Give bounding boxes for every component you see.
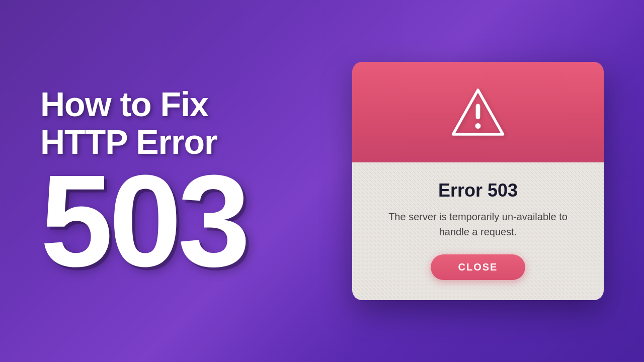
right-card-section: Error 503 The server is temporarily un-a… — [352, 62, 604, 300]
svg-point-2 — [475, 123, 481, 129]
error-title-text: Error 503 — [372, 180, 584, 201]
card-top-section — [352, 62, 604, 162]
how-to-fix-text: How to Fix — [40, 85, 247, 123]
card-bottom-section: Error 503 The server is temporarily un-a… — [352, 162, 604, 300]
error-dialog-card: Error 503 The server is temporarily un-a… — [352, 62, 604, 300]
left-content-section: How to Fix HTTP Error 503 — [40, 85, 247, 277]
warning-triangle-icon — [450, 88, 506, 136]
svg-rect-1 — [476, 104, 480, 120]
close-button[interactable]: CLOSE — [431, 254, 526, 280]
error-description-text: The server is temporarily un-available t… — [372, 209, 584, 239]
error-number-text: 503 — [40, 165, 247, 277]
